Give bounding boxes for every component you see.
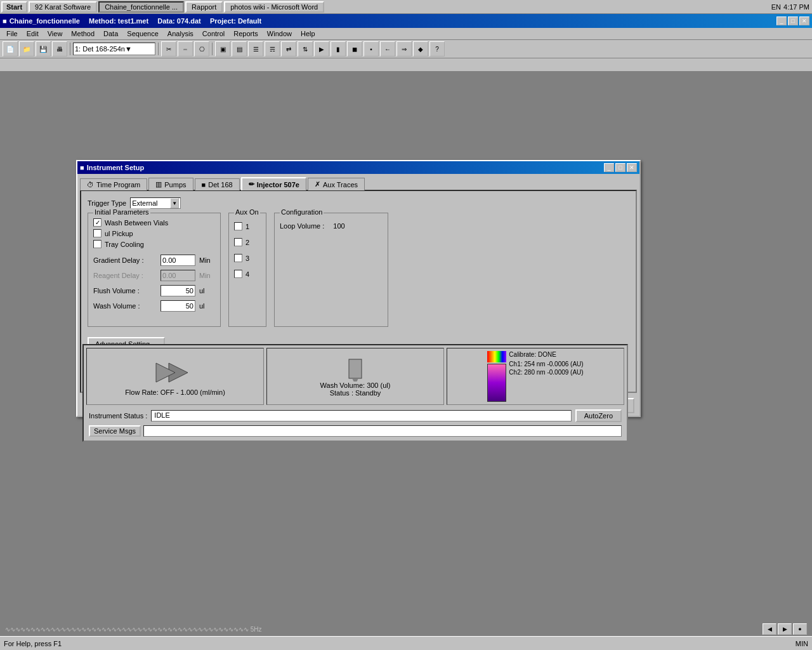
flush-volume-row: Flush Volume : ul	[93, 285, 215, 296]
aux-on-label: Aux On	[234, 208, 260, 216]
toolbar-btn-n[interactable]: ?	[429, 41, 445, 56]
trigger-type-select[interactable]: External ▼	[130, 197, 181, 209]
ul-pickup-checkbox[interactable]	[93, 229, 102, 237]
toolbar-btn-c[interactable]: ☰	[248, 41, 263, 56]
menu-sequence[interactable]: Sequence	[123, 29, 162, 39]
app-icon: ■	[3, 17, 7, 25]
service-msgs-row: Service Msgs	[86, 424, 624, 438]
toolbar-save[interactable]: 💾	[36, 41, 51, 56]
toolbar-btn-l[interactable]: ⇒	[396, 41, 412, 56]
toolbar-btn-k[interactable]: ←	[380, 41, 395, 56]
minimize-button[interactable]: _	[776, 17, 787, 25]
menu-window[interactable]: Window	[263, 29, 296, 39]
aux-3-checkbox[interactable]	[234, 254, 242, 262]
menu-reports[interactable]: Reports	[230, 29, 262, 39]
tab-injector507e[interactable]: ✏ Injector 507e	[241, 177, 306, 190]
status-display: Status : Standby	[330, 389, 381, 397]
aux-2-checkbox[interactable]	[234, 238, 242, 246]
wash-volume-input[interactable]	[160, 300, 195, 312]
menu-data[interactable]: Data	[100, 29, 122, 39]
toolbar-btn-b[interactable]: ▤	[232, 41, 247, 56]
wash-between-vials-label: Wash Between Vials	[105, 219, 168, 227]
detector-combo[interactable]: 1: Det 168-254n ▼	[73, 43, 155, 55]
ul-pickup-row: ul Pickup	[93, 229, 215, 237]
toolbar-btn-d[interactable]: ☴	[265, 41, 280, 56]
menu-edit[interactable]: Edit	[23, 29, 43, 39]
aux-2-label: 2	[246, 239, 249, 246]
menu-view[interactable]: View	[44, 29, 67, 39]
toolbar-btn-j[interactable]: ▪	[363, 41, 379, 56]
aux-4-checkbox[interactable]	[234, 270, 242, 278]
taskbar-item-3[interactable]: photos wiki - Microsoft Word	[224, 1, 324, 13]
toolbar-btn-f[interactable]: ⇅	[298, 41, 313, 56]
toolbar-open[interactable]: 📁	[19, 41, 34, 56]
wash-volume-unit: ul	[199, 302, 205, 310]
config-label: Configuration	[280, 208, 324, 216]
dialog-minimize-btn[interactable]: _	[604, 163, 614, 172]
media-record-button[interactable]: ●	[793, 623, 807, 635]
dialog-restore-btn[interactable]: □	[615, 163, 625, 172]
close-button[interactable]: ✕	[799, 17, 809, 25]
tab-aux-traces[interactable]: ✗ Aux Traces	[308, 178, 365, 190]
start-button[interactable]: Start	[1, 1, 27, 13]
toolbar: 📄 📁 💾 🖶 1: Det 168-254n ▼ ✂ ⎓ ⎔ ▣ ▤ ☰ ☴ …	[0, 40, 812, 58]
aux-2-row: 2	[234, 238, 261, 246]
loop-volume-value: 100	[333, 222, 344, 230]
menu-method[interactable]: Method	[67, 29, 98, 39]
gradient-delay-label: Gradient Delay :	[93, 256, 157, 264]
start-label: Start	[6, 3, 22, 11]
aux-4-row: 4	[234, 270, 261, 278]
menu-control[interactable]: Control	[199, 29, 228, 39]
toolbar-btn-h[interactable]: ▮	[331, 41, 346, 56]
autozero-button[interactable]: AutoZero	[575, 409, 622, 422]
media-player: ◀ ▶ ●	[763, 623, 807, 635]
dialog-tabs: ⏱ Time Program ▥ Pumps ■ Det 168 ✏ Injec…	[77, 174, 639, 190]
gradient-delay-input[interactable]	[160, 255, 195, 266]
delay-fields: Gradient Delay : Min Reagent Delay : Min…	[93, 255, 215, 312]
taskbar-item-0[interactable]: 92 Karat Software	[29, 1, 97, 13]
wave-icons: ∿∿∿∿∿∿∿∿∿∿∿∿∿∿∿∿∿∿∿∿∿∿∿∿∿∿∿∿∿∿∿∿∿∿∿∿∿∿∿∿…	[5, 626, 262, 633]
wash-between-vials-checkbox[interactable]: ✓	[93, 218, 102, 227]
toolbar-copy[interactable]: ⎓	[178, 41, 193, 56]
toolbar-btn-i[interactable]: ◼	[347, 41, 362, 56]
menubar: File Edit View Method Data Sequence Anal…	[0, 28, 812, 40]
toolbar-print[interactable]: 🖶	[52, 41, 67, 56]
clock: 4:17 PM	[783, 3, 809, 11]
menu-help[interactable]: Help	[297, 29, 319, 39]
pump-panel: Flow Rate: OFF - 1.000 (ml/min)	[86, 348, 264, 405]
toolbar-btn-a[interactable]: ▣	[215, 41, 230, 56]
menu-file[interactable]: File	[3, 29, 22, 39]
tab-time-program[interactable]: ⏱ Time Program	[80, 178, 147, 190]
initial-params-label: Initial Parameters	[93, 208, 150, 216]
toolbar-btn-m[interactable]: ◆	[413, 41, 428, 56]
toolbar-btn-g[interactable]: ▶	[314, 41, 329, 56]
reagent-delay-row: Reagent Delay : Min	[93, 270, 215, 281]
menu-analysis[interactable]: Analysis	[164, 29, 197, 39]
taskbar-item-2[interactable]: Rapport	[185, 1, 223, 13]
wash-volume-row: Wash Volume : ul	[93, 300, 215, 312]
wash-between-vials-row: ✓ Wash Between Vials	[93, 218, 215, 227]
bottom-status-area: Flow Rate: OFF - 1.000 (ml/min) Wash Vol…	[82, 344, 628, 442]
tab-pumps[interactable]: ▥ Pumps	[148, 178, 193, 190]
toolbar-paste[interactable]: ⎔	[194, 41, 209, 56]
toolbar-btn-e[interactable]: ⇄	[281, 41, 296, 56]
aux-1-checkbox[interactable]	[234, 222, 242, 230]
reagent-delay-input	[160, 270, 195, 281]
trigger-type-arrow[interactable]: ▼	[170, 198, 179, 208]
dialog-titlebar: ■ Instrument Setup _ □ ✕	[77, 161, 639, 174]
tab-det168[interactable]: ■ Det 168	[195, 178, 240, 190]
flush-volume-input[interactable]	[160, 285, 195, 296]
dialog-close-btn[interactable]: ✕	[627, 163, 637, 172]
tray-cooling-checkbox[interactable]	[93, 240, 102, 248]
toolbar-new[interactable]: 📄	[3, 41, 18, 56]
injector-icon: ✏	[249, 180, 254, 189]
service-msgs-field	[143, 425, 622, 437]
toolbar-cut[interactable]: ✂	[161, 41, 176, 56]
service-msgs-button[interactable]: Service Msgs	[89, 425, 141, 437]
media-prev-button[interactable]: ◀	[763, 623, 776, 635]
detector-vis-container	[487, 351, 506, 403]
injector-panel: Wash Volume: 300 (ul) Status : Standby	[266, 348, 444, 405]
media-play-button[interactable]: ▶	[778, 623, 792, 635]
taskbar-item-1[interactable]: Chaine_fonctionnelle ...	[98, 1, 184, 13]
restore-button[interactable]: □	[788, 17, 798, 25]
